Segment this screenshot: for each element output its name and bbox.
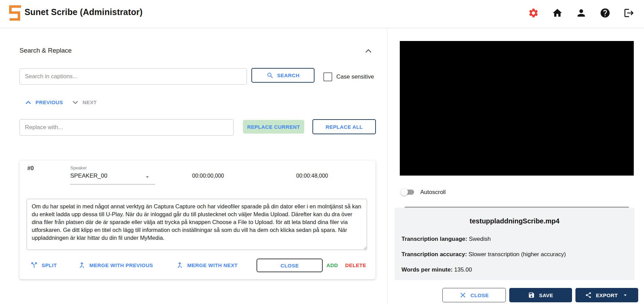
profile-icon[interactable] (576, 8, 587, 18)
add-label: ADD (326, 262, 338, 268)
split-button[interactable]: SPLIT (30, 261, 57, 269)
autoscroll-label: Autoscroll (420, 189, 446, 196)
replace-current-button[interactable]: REPLACE CURRENT (243, 120, 304, 134)
toggle-thumb (400, 188, 408, 196)
search-button-label: SEARCH (277, 72, 299, 78)
footer-close-button[interactable]: CLOSE (442, 288, 506, 302)
info-value: Slower transcription (higher accuracy) (469, 251, 566, 258)
case-sensitive-checkbox[interactable] (323, 72, 332, 81)
search-button[interactable]: SEARCH (251, 68, 314, 83)
next-button[interactable]: NEXT (71, 98, 97, 106)
info-label: Transcription accuracy: (401, 251, 467, 258)
search-input[interactable] (19, 68, 247, 85)
help-icon[interactable] (600, 8, 611, 18)
export-caret-down-icon (622, 292, 629, 299)
case-sensitive-label: Case sensitive (336, 73, 374, 80)
filename: testuppladdningScribe.mp4 (395, 217, 634, 225)
merge-previous-icon (78, 261, 86, 269)
share-icon (585, 292, 592, 299)
merge-with-next-button[interactable]: MERGE WITH NEXT (176, 261, 238, 269)
transcription-accuracy-row: Transcription accuracy: Slower transcrip… (401, 251, 566, 258)
replace-all-button[interactable]: REPLACE ALL (312, 119, 376, 134)
logout-icon[interactable] (624, 8, 634, 18)
replace-input[interactable] (19, 119, 234, 136)
save-button[interactable]: SAVE (509, 288, 572, 302)
app-root: Sunet Scribe (Administrator) Search & Re… (0, 0, 644, 304)
speaker-select-underline (70, 184, 155, 184)
export-button[interactable]: EXPORT (575, 288, 638, 302)
dropdown-arrow-icon (144, 174, 151, 180)
merge-next-icon (176, 261, 184, 269)
replace-current-label: REPLACE CURRENT (247, 124, 300, 130)
caption-close-button[interactable]: CLOSE (257, 259, 323, 272)
export-label: EXPORT (596, 292, 618, 298)
caption-card: #0 Speaker SPEAKER_00 00:00:00,000 00:00… (19, 161, 376, 279)
caption-textarea[interactable]: Om du har spelat in med något annat verk… (27, 199, 367, 250)
panel-divider (387, 28, 387, 304)
previous-label: PREVIOUS (35, 99, 63, 105)
close-x-icon (459, 292, 466, 299)
search-icon (266, 72, 274, 79)
volume-icon[interactable] (577, 192, 586, 201)
transcription-language-row: Transcription language: Swedish (401, 236, 491, 243)
delete-button[interactable]: DELETE (345, 262, 366, 268)
split-label: SPLIT (42, 262, 57, 268)
delete-label: DELETE (345, 262, 366, 268)
settings-icon[interactable] (528, 8, 539, 18)
info-value: 135.00 (454, 266, 472, 273)
video-menu-kebab-icon[interactable] (619, 192, 628, 201)
speaker-select[interactable]: Speaker SPEAKER_00 (70, 165, 155, 184)
replace-all-label: REPLACE ALL (326, 124, 363, 130)
merge-with-previous-button[interactable]: MERGE WITH PREVIOUS (78, 261, 153, 269)
footer-close-label: CLOSE (470, 292, 489, 298)
file-info-panel: testuppladdningScribe.mp4 Transcription … (395, 208, 634, 280)
merge-previous-label: MERGE WITH PREVIOUS (89, 262, 153, 268)
autoscroll-toggle[interactable] (401, 188, 415, 196)
app-header: Sunet Scribe (Administrator) (0, 0, 644, 28)
save-icon (528, 292, 535, 299)
next-label: NEXT (83, 99, 97, 105)
fullscreen-icon[interactable] (599, 192, 608, 201)
split-icon (30, 261, 38, 269)
add-button[interactable]: ADD (326, 262, 338, 268)
words-per-minute-row: Words per minute: 135.00 (401, 266, 472, 273)
chevron-down-icon (71, 98, 79, 106)
sunet-logo-icon (8, 5, 23, 21)
chevron-up-icon (24, 98, 32, 106)
merge-next-label: MERGE WITH NEXT (187, 262, 238, 268)
collapse-chevron-up-icon[interactable] (364, 46, 373, 56)
caption-end-time: 00:00:48,000 (285, 173, 339, 179)
caption-start-time: 00:00:00,000 (181, 173, 235, 179)
save-label: SAVE (539, 292, 553, 298)
search-replace-title: Search & Replace (19, 47, 72, 54)
info-label: Words per minute: (401, 266, 453, 273)
info-value: Swedish (469, 236, 491, 242)
video-player[interactable]: 0:00 / 1:04 (400, 41, 634, 176)
previous-button[interactable]: PREVIOUS (24, 98, 63, 106)
speaker-select-value: SPEAKER_00 (70, 172, 155, 179)
speaker-select-label: Speaker (70, 165, 155, 170)
info-label: Transcription language: (401, 236, 467, 242)
home-icon[interactable] (552, 8, 563, 18)
caption-close-label: CLOSE (280, 263, 299, 268)
caption-index: #0 (27, 165, 34, 172)
page-title: Sunet Scribe (Administrator) (25, 7, 143, 17)
